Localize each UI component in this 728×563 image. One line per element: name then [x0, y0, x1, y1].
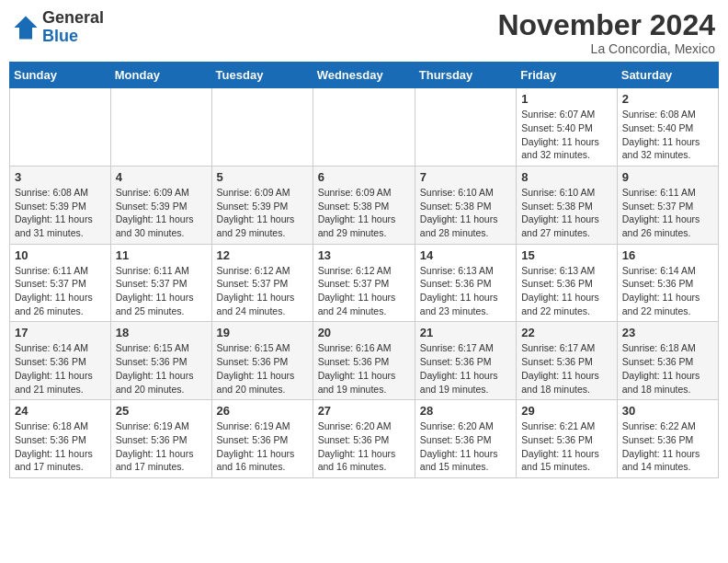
calendar-cell — [313, 88, 415, 167]
logo-text: General Blue — [42, 9, 104, 46]
calendar-cell: 10Sunrise: 6:11 AMSunset: 5:37 PMDayligh… — [10, 244, 111, 322]
day-number: 18 — [116, 326, 207, 339]
day-number: 25 — [116, 404, 207, 418]
day-info: Sunrise: 6:11 AMSunset: 5:37 PMDaylight:… — [15, 264, 106, 318]
calendar-cell: 27Sunrise: 6:20 AMSunset: 5:36 PMDayligh… — [313, 400, 415, 478]
day-info: Sunrise: 6:09 AMSunset: 5:39 PMDaylight:… — [217, 186, 308, 240]
day-info: Sunrise: 6:07 AMSunset: 5:40 PMDaylight:… — [521, 108, 612, 162]
logo-general-text: General — [42, 9, 104, 28]
day-number: 12 — [217, 248, 308, 262]
calendar-cell: 16Sunrise: 6:14 AMSunset: 5:36 PMDayligh… — [617, 244, 718, 322]
weekday-header-saturday: Saturday — [617, 63, 718, 88]
calendar-cell: 19Sunrise: 6:15 AMSunset: 5:36 PMDayligh… — [211, 322, 313, 400]
day-number: 27 — [318, 404, 410, 418]
logo-blue-text: Blue — [42, 28, 104, 46]
day-info: Sunrise: 6:15 AMSunset: 5:36 PMDaylight:… — [116, 341, 207, 396]
day-number: 14 — [420, 248, 511, 262]
day-number: 1 — [521, 92, 612, 106]
calendar-cell: 17Sunrise: 6:14 AMSunset: 5:36 PMDayligh… — [10, 322, 111, 400]
weekday-header-tuesday: Tuesday — [211, 63, 313, 88]
logo-icon — [13, 15, 39, 40]
day-number: 28 — [420, 404, 511, 418]
calendar-cell: 21Sunrise: 6:17 AMSunset: 5:36 PMDayligh… — [415, 322, 516, 400]
calendar-cell: 6Sunrise: 6:09 AMSunset: 5:38 PMDaylight… — [313, 166, 415, 244]
location-text: La Concordia, Mexico — [497, 41, 715, 56]
calendar-week-5: 24Sunrise: 6:18 AMSunset: 5:36 PMDayligh… — [10, 400, 719, 478]
day-info: Sunrise: 6:10 AMSunset: 5:38 PMDaylight:… — [420, 186, 511, 240]
day-number: 4 — [116, 170, 207, 184]
svg-marker-0 — [14, 16, 37, 39]
day-number: 20 — [318, 326, 410, 339]
day-info: Sunrise: 6:10 AMSunset: 5:38 PMDaylight:… — [521, 186, 612, 240]
day-number: 5 — [217, 170, 308, 184]
calendar-cell — [110, 88, 211, 167]
day-number: 6 — [318, 170, 410, 184]
calendar-cell: 20Sunrise: 6:16 AMSunset: 5:36 PMDayligh… — [313, 322, 415, 400]
calendar-cell — [211, 88, 313, 167]
day-number: 2 — [622, 92, 713, 106]
calendar-cell: 29Sunrise: 6:21 AMSunset: 5:36 PMDayligh… — [517, 400, 618, 478]
day-info: Sunrise: 6:09 AMSunset: 5:38 PMDaylight:… — [318, 186, 410, 240]
day-number: 26 — [217, 404, 308, 418]
calendar-cell: 24Sunrise: 6:18 AMSunset: 5:36 PMDayligh… — [10, 400, 111, 478]
day-info: Sunrise: 6:14 AMSunset: 5:36 PMDaylight:… — [622, 264, 713, 318]
day-info: Sunrise: 6:12 AMSunset: 5:37 PMDaylight:… — [217, 264, 308, 318]
weekday-header-monday: Monday — [110, 63, 211, 88]
calendar-cell: 8Sunrise: 6:10 AMSunset: 5:38 PMDaylight… — [517, 166, 618, 244]
day-number: 15 — [521, 248, 612, 262]
day-info: Sunrise: 6:21 AMSunset: 5:36 PMDaylight:… — [521, 419, 612, 474]
day-info: Sunrise: 6:08 AMSunset: 5:40 PMDaylight:… — [622, 108, 713, 162]
day-info: Sunrise: 6:17 AMSunset: 5:36 PMDaylight:… — [420, 341, 511, 396]
calendar-cell: 3Sunrise: 6:08 AMSunset: 5:39 PMDaylight… — [10, 166, 111, 244]
day-number: 21 — [420, 326, 511, 339]
calendar-table: SundayMondayTuesdayWednesdayThursdayFrid… — [9, 62, 719, 478]
calendar-cell: 9Sunrise: 6:11 AMSunset: 5:37 PMDaylight… — [617, 166, 718, 244]
day-info: Sunrise: 6:19 AMSunset: 5:36 PMDaylight:… — [217, 419, 308, 474]
day-number: 7 — [420, 170, 511, 184]
weekday-header-wednesday: Wednesday — [313, 63, 415, 88]
day-number: 8 — [521, 170, 612, 184]
day-info: Sunrise: 6:18 AMSunset: 5:36 PMDaylight:… — [15, 419, 106, 474]
calendar-cell — [415, 88, 516, 167]
day-number: 19 — [217, 326, 308, 339]
weekday-header-sunday: Sunday — [10, 63, 111, 88]
calendar-cell: 23Sunrise: 6:18 AMSunset: 5:36 PMDayligh… — [617, 322, 718, 400]
calendar-week-3: 10Sunrise: 6:11 AMSunset: 5:37 PMDayligh… — [10, 244, 719, 322]
calendar-week-4: 17Sunrise: 6:14 AMSunset: 5:36 PMDayligh… — [10, 322, 719, 400]
calendar-cell: 15Sunrise: 6:13 AMSunset: 5:36 PMDayligh… — [517, 244, 618, 322]
calendar-cell: 22Sunrise: 6:17 AMSunset: 5:36 PMDayligh… — [517, 322, 618, 400]
day-number: 9 — [622, 170, 713, 184]
day-info: Sunrise: 6:16 AMSunset: 5:36 PMDaylight:… — [318, 341, 410, 396]
day-info: Sunrise: 6:13 AMSunset: 5:36 PMDaylight:… — [420, 264, 511, 318]
weekday-header-friday: Friday — [517, 63, 618, 88]
day-number: 23 — [622, 326, 713, 339]
calendar-cell: 11Sunrise: 6:11 AMSunset: 5:37 PMDayligh… — [110, 244, 211, 322]
day-number: 24 — [15, 404, 106, 418]
day-info: Sunrise: 6:20 AMSunset: 5:36 PMDaylight:… — [318, 419, 410, 474]
day-info: Sunrise: 6:20 AMSunset: 5:36 PMDaylight:… — [420, 419, 511, 474]
day-number: 17 — [15, 326, 106, 339]
month-title: November 2024 — [497, 9, 715, 41]
logo: General Blue — [13, 9, 104, 46]
calendar-week-2: 3Sunrise: 6:08 AMSunset: 5:39 PMDaylight… — [10, 166, 719, 244]
day-number: 30 — [622, 404, 713, 418]
day-number: 13 — [318, 248, 410, 262]
day-info: Sunrise: 6:11 AMSunset: 5:37 PMDaylight:… — [116, 264, 207, 318]
calendar-cell: 5Sunrise: 6:09 AMSunset: 5:39 PMDaylight… — [211, 166, 313, 244]
calendar-cell: 1Sunrise: 6:07 AMSunset: 5:40 PMDaylight… — [517, 88, 618, 167]
day-info: Sunrise: 6:22 AMSunset: 5:36 PMDaylight:… — [622, 419, 713, 474]
calendar-cell — [10, 88, 111, 167]
calendar-cell: 18Sunrise: 6:15 AMSunset: 5:36 PMDayligh… — [110, 322, 211, 400]
calendar-cell: 2Sunrise: 6:08 AMSunset: 5:40 PMDaylight… — [617, 88, 718, 167]
day-info: Sunrise: 6:11 AMSunset: 5:37 PMDaylight:… — [622, 186, 713, 240]
day-number: 16 — [622, 248, 713, 262]
calendar-cell: 28Sunrise: 6:20 AMSunset: 5:36 PMDayligh… — [415, 400, 516, 478]
calendar-week-1: 1Sunrise: 6:07 AMSunset: 5:40 PMDaylight… — [10, 88, 719, 167]
title-block: November 2024 La Concordia, Mexico — [497, 9, 715, 56]
day-info: Sunrise: 6:17 AMSunset: 5:36 PMDaylight:… — [521, 341, 612, 396]
day-number: 10 — [15, 248, 106, 262]
calendar-cell: 7Sunrise: 6:10 AMSunset: 5:38 PMDaylight… — [415, 166, 516, 244]
day-info: Sunrise: 6:15 AMSunset: 5:36 PMDaylight:… — [217, 341, 308, 396]
day-number: 11 — [116, 248, 207, 262]
calendar-cell: 26Sunrise: 6:19 AMSunset: 5:36 PMDayligh… — [211, 400, 313, 478]
